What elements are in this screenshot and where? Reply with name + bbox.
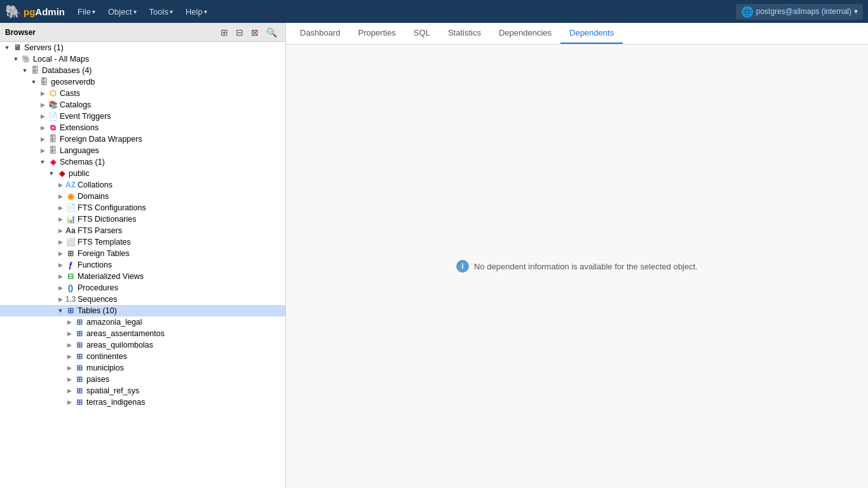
- browser-title: Browser: [5, 28, 36, 37]
- tree-node-catalogs[interactable]: ▶📚Catalogs: [0, 99, 285, 111]
- expand-arrow-fts_parsers[interactable]: ▶: [56, 227, 65, 234]
- expand-arrow-areas_quilombolas[interactable]: ▶: [65, 342, 74, 348]
- tab-dependents[interactable]: Dependents: [560, 23, 623, 44]
- languages-icon: 🗄: [47, 146, 58, 155]
- main-layout: Browser ⊞ ⊟ ⊠ 🔍 ▼🖥Servers (1)▼🐘Local - A…: [0, 23, 868, 488]
- expand-arrow-foreign_data_wrappers[interactable]: ▶: [38, 136, 47, 142]
- expand-arrow-collations[interactable]: ▶: [56, 182, 65, 188]
- paises-icon: ⊞: [74, 375, 85, 384]
- browser-tree[interactable]: ▼🖥Servers (1)▼🐘Local - All Maps▼🗄Databas…: [0, 42, 285, 488]
- tree-label-procedures: Procedures: [76, 283, 285, 292]
- expand-arrow-municipios[interactable]: ▶: [65, 365, 74, 371]
- tree-node-functions[interactable]: ▶ƒFunctions: [0, 259, 285, 271]
- menu-help[interactable]: Help ▾: [180, 4, 212, 19]
- expand-arrow-paises[interactable]: ▶: [65, 376, 74, 383]
- expand-arrow-procedures[interactable]: ▶: [56, 285, 65, 291]
- expand-arrow-sequences[interactable]: ▶: [56, 296, 65, 302]
- toolbar-grid-btn[interactable]: ⊟: [233, 25, 247, 39]
- tab-bar: Dashboard Properties SQL Statistics Depe…: [286, 23, 868, 44]
- tree-node-procedures[interactable]: ▶()Procedures: [0, 282, 285, 294]
- tree-node-public[interactable]: ▼◆public: [0, 168, 285, 179]
- tree-node-fts_configs[interactable]: ▶📄FTS Configurations: [0, 202, 285, 214]
- expand-arrow-continentes[interactable]: ▶: [65, 353, 74, 360]
- toolbar-server-btn[interactable]: ⊞: [217, 25, 231, 39]
- expand-arrow-terras_indigenas[interactable]: ▶: [65, 399, 74, 405]
- tables-icon: ⊞: [65, 306, 76, 315]
- menu-object[interactable]: Object ▾: [103, 4, 142, 19]
- toolbar-search-btn[interactable]: 🔍: [263, 25, 280, 39]
- tree-label-fts_configs: FTS Configurations: [76, 203, 285, 212]
- expand-arrow-event_triggers[interactable]: ▶: [38, 113, 47, 119]
- expand-arrow-geoserverdb[interactable]: ▼: [29, 79, 38, 85]
- expand-arrow-casts[interactable]: ▶: [38, 90, 47, 97]
- expand-arrow-areas_assentamentos[interactable]: ▶: [65, 330, 74, 337]
- tree-node-areas_quilombolas[interactable]: ▶⊞areas_quilombolas: [0, 339, 285, 351]
- tree-node-amazonia_legal[interactable]: ▶⊞amazonia_legal: [0, 316, 285, 328]
- expand-arrow-domains[interactable]: ▶: [56, 193, 65, 200]
- expand-arrow-amazonia_legal[interactable]: ▶: [65, 319, 74, 325]
- tree-label-event_triggers: Event Triggers: [58, 112, 285, 121]
- tree-node-domains[interactable]: ▶◉Domains: [0, 191, 285, 202]
- tree-node-geoserverdb[interactable]: ▼🗄geoserverdb: [0, 76, 285, 88]
- tab-properties[interactable]: Properties: [349, 23, 405, 44]
- tree-node-spatial_ref_sys[interactable]: ▶⊞spatial_ref_sys: [0, 385, 285, 396]
- expand-arrow-spatial_ref_sys[interactable]: ▶: [65, 388, 74, 394]
- expand-arrow-public[interactable]: ▼: [47, 170, 56, 177]
- tree-node-databases[interactable]: ▼🗄Databases (4): [0, 65, 285, 76]
- tree-node-event_triggers[interactable]: ▶📄Event Triggers: [0, 111, 285, 122]
- tree-node-collations[interactable]: ▶AZCollations: [0, 179, 285, 191]
- left-panel: Browser ⊞ ⊟ ⊠ 🔍 ▼🖥Servers (1)▼🐘Local - A…: [0, 23, 286, 488]
- tree-node-fts_dicts[interactable]: ▶📊FTS Dictionaries: [0, 214, 285, 225]
- tab-dashboard[interactable]: Dashboard: [291, 23, 349, 44]
- tree-node-schemas[interactable]: ▼◈Schemas (1): [0, 156, 285, 168]
- tree-label-schemas: Schemas (1): [58, 158, 285, 166]
- expand-arrow-fts_dicts[interactable]: ▶: [56, 216, 65, 222]
- expand-arrow-mat_views[interactable]: ▶: [56, 273, 65, 280]
- tree-node-extensions[interactable]: ▶⧉Extensions: [0, 122, 285, 133]
- tab-sql[interactable]: SQL: [405, 23, 439, 44]
- mat_views-icon: ⊟: [65, 272, 76, 281]
- tree-node-servers[interactable]: ▼🖥Servers (1): [0, 42, 285, 53]
- tree-node-sequences[interactable]: ▶1.3Sequences: [0, 294, 285, 305]
- tree-node-municipios[interactable]: ▶⊞municipios: [0, 362, 285, 374]
- tree-node-paises[interactable]: ▶⊞paises: [0, 374, 285, 385]
- tree-node-fts_templates[interactable]: ▶⬜FTS Templates: [0, 236, 285, 248]
- tree-label-domains: Domains: [76, 192, 285, 201]
- tab-dependencies[interactable]: Dependencies: [490, 23, 560, 44]
- expand-arrow-languages[interactable]: ▶: [38, 147, 47, 154]
- menu-tools[interactable]: Tools ▾: [144, 4, 178, 19]
- expand-arrow-fts_configs[interactable]: ▶: [56, 205, 65, 211]
- tree-node-casts[interactable]: ▶⬡Casts: [0, 88, 285, 99]
- tree-node-areas_assentamentos[interactable]: ▶⊞areas_assentamentos: [0, 328, 285, 339]
- user-badge[interactable]: 🌐 postgres@allmaps (internal) ▾: [736, 4, 863, 20]
- expand-arrow-functions[interactable]: ▶: [56, 262, 65, 268]
- tree-node-local[interactable]: ▼🐘Local - All Maps: [0, 53, 285, 65]
- tree-node-languages[interactable]: ▶🗄Languages: [0, 145, 285, 156]
- expand-arrow-foreign_tables[interactable]: ▶: [56, 250, 65, 257]
- tree-node-foreign_tables[interactable]: ▶⊞Foreign Tables: [0, 248, 285, 259]
- geoserverdb-icon: 🗄: [38, 78, 50, 86]
- tree-node-tables[interactable]: ▼⊞Tables (10): [0, 305, 285, 316]
- info-message: i No dependent information is available …: [456, 260, 698, 273]
- tree-node-fts_parsers[interactable]: ▶AaFTS Parsers: [0, 225, 285, 236]
- expand-arrow-fts_templates[interactable]: ▶: [56, 239, 65, 245]
- expand-arrow-databases[interactable]: ▼: [20, 67, 29, 74]
- expand-arrow-servers[interactable]: ▼: [3, 44, 11, 51]
- expand-arrow-catalogs[interactable]: ▶: [38, 102, 47, 108]
- expand-arrow-local[interactable]: ▼: [11, 56, 20, 62]
- public-icon: ◆: [56, 169, 67, 178]
- expand-arrow-extensions[interactable]: ▶: [38, 125, 47, 131]
- tree-node-mat_views[interactable]: ▶⊟Materialized Views: [0, 271, 285, 282]
- expand-arrow-tables[interactable]: ▼: [56, 308, 65, 314]
- fts_parsers-icon: Aa: [65, 226, 76, 235]
- tree-label-functions: Functions: [76, 261, 285, 269]
- tree-node-foreign_data_wrappers[interactable]: ▶🗄Foreign Data Wrappers: [0, 133, 285, 145]
- collations-icon: AZ: [65, 180, 76, 189]
- toolbar-tag-btn[interactable]: ⊠: [248, 25, 262, 39]
- tab-statistics[interactable]: Statistics: [439, 23, 490, 44]
- menu-file[interactable]: File ▾: [72, 4, 100, 19]
- tree-node-terras_indigenas[interactable]: ▶⊞terras_indigenas: [0, 396, 285, 408]
- app-logo: 🐘 pgAdmin: [5, 4, 65, 19]
- expand-arrow-schemas[interactable]: ▼: [38, 159, 47, 165]
- tree-node-continentes[interactable]: ▶⊞continentes: [0, 351, 285, 362]
